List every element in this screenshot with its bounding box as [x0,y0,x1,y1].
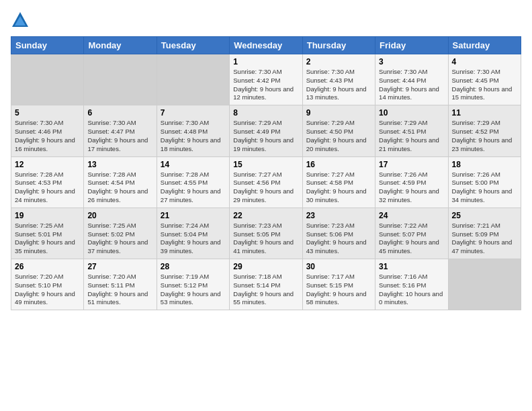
calendar-cell [157,54,229,105]
calendar-cell: 16Sunrise: 7:27 AM Sunset: 4:58 PM Dayli… [302,156,375,208]
logo-icon [11,11,30,30]
day-number: 29 [233,262,298,271]
day-number: 23 [306,211,371,220]
day-number: 18 [452,160,517,169]
calendar-cell: 1Sunrise: 7:30 AM Sunset: 4:42 PM Daylig… [230,54,302,105]
day-info: Sunrise: 7:25 AM Sunset: 5:02 PM Dayligh… [87,222,152,256]
day-number: 10 [379,108,444,118]
calendar-cell: 17Sunrise: 7:26 AM Sunset: 4:59 PM Dayli… [375,156,448,208]
day-info: Sunrise: 7:17 AM Sunset: 5:15 PM Dayligh… [306,273,371,307]
calendar-cell: 12Sunrise: 7:28 AM Sunset: 4:53 PM Dayli… [11,156,84,208]
day-info: Sunrise: 7:30 AM Sunset: 4:42 PM Dayligh… [233,68,298,102]
calendar-cell: 21Sunrise: 7:24 AM Sunset: 5:04 PM Dayli… [157,208,229,259]
day-number: 30 [306,262,371,271]
day-info: Sunrise: 7:24 AM Sunset: 5:04 PM Dayligh… [161,222,226,256]
calendar-cell: 3Sunrise: 7:30 AM Sunset: 4:44 PM Daylig… [375,54,448,105]
calendar-cell: 28Sunrise: 7:19 AM Sunset: 5:12 PM Dayli… [157,259,229,310]
calendar-cell: 8Sunrise: 7:29 AM Sunset: 4:49 PM Daylig… [230,105,302,156]
weekday-header-row: SundayMondayTuesdayWednesdayThursdayFrid… [11,37,521,54]
day-info: Sunrise: 7:26 AM Sunset: 5:00 PM Dayligh… [452,171,517,205]
weekday-header-thursday: Thursday [302,37,375,54]
day-info: Sunrise: 7:29 AM Sunset: 4:52 PM Dayligh… [452,119,517,153]
day-number: 3 [379,57,444,66]
calendar-cell: 7Sunrise: 7:30 AM Sunset: 4:48 PM Daylig… [157,105,229,156]
day-info: Sunrise: 7:18 AM Sunset: 5:14 PM Dayligh… [233,273,298,307]
day-number: 17 [379,160,444,169]
day-number: 2 [306,57,371,66]
day-number: 9 [306,108,371,118]
day-number: 28 [161,262,226,271]
day-info: Sunrise: 7:30 AM Sunset: 4:44 PM Dayligh… [379,68,444,102]
day-number: 14 [161,160,226,169]
day-number: 4 [452,57,517,66]
week-row-4: 19Sunrise: 7:25 AM Sunset: 5:01 PM Dayli… [11,208,521,259]
week-row-5: 26Sunrise: 7:20 AM Sunset: 5:10 PM Dayli… [11,259,521,310]
weekday-header-monday: Monday [84,37,157,54]
calendar-cell: 6Sunrise: 7:30 AM Sunset: 4:47 PM Daylig… [84,105,157,156]
calendar-cell: 13Sunrise: 7:28 AM Sunset: 4:54 PM Dayli… [84,156,157,208]
day-info: Sunrise: 7:28 AM Sunset: 4:53 PM Dayligh… [15,171,80,205]
day-number: 8 [233,108,298,118]
calendar-cell: 31Sunrise: 7:16 AM Sunset: 5:16 PM Dayli… [375,259,448,310]
calendar-cell: 10Sunrise: 7:29 AM Sunset: 4:51 PM Dayli… [375,105,448,156]
day-info: Sunrise: 7:20 AM Sunset: 5:11 PM Dayligh… [87,273,152,307]
week-row-3: 12Sunrise: 7:28 AM Sunset: 4:53 PM Dayli… [11,156,521,208]
day-number: 5 [15,108,80,118]
day-info: Sunrise: 7:23 AM Sunset: 5:06 PM Dayligh… [306,222,371,256]
calendar-cell: 20Sunrise: 7:25 AM Sunset: 5:02 PM Dayli… [84,208,157,259]
week-row-1: 1Sunrise: 7:30 AM Sunset: 4:42 PM Daylig… [11,54,521,105]
calendar-cell: 15Sunrise: 7:27 AM Sunset: 4:56 PM Dayli… [230,156,302,208]
calendar-cell: 23Sunrise: 7:23 AM Sunset: 5:06 PM Dayli… [302,208,375,259]
day-info: Sunrise: 7:30 AM Sunset: 4:47 PM Dayligh… [87,119,152,153]
day-info: Sunrise: 7:30 AM Sunset: 4:43 PM Dayligh… [306,68,371,102]
day-info: Sunrise: 7:25 AM Sunset: 5:01 PM Dayligh… [15,222,80,256]
calendar-cell: 14Sunrise: 7:28 AM Sunset: 4:55 PM Dayli… [157,156,229,208]
day-info: Sunrise: 7:28 AM Sunset: 4:55 PM Dayligh… [161,171,226,205]
day-number: 6 [87,108,152,118]
day-number: 13 [87,160,152,169]
calendar-cell: 24Sunrise: 7:22 AM Sunset: 5:07 PM Dayli… [375,208,448,259]
calendar-body: 1Sunrise: 7:30 AM Sunset: 4:42 PM Daylig… [11,54,521,310]
weekday-header-wednesday: Wednesday [230,37,302,54]
day-number: 25 [452,211,517,220]
calendar-cell: 2Sunrise: 7:30 AM Sunset: 4:43 PM Daylig… [302,54,375,105]
day-number: 19 [15,211,80,220]
calendar-cell: 5Sunrise: 7:30 AM Sunset: 4:46 PM Daylig… [11,105,84,156]
day-number: 27 [87,262,152,271]
calendar-cell: 26Sunrise: 7:20 AM Sunset: 5:10 PM Dayli… [11,259,84,310]
calendar-cell: 4Sunrise: 7:30 AM Sunset: 4:45 PM Daylig… [448,54,521,105]
calendar-cell [84,54,157,105]
week-row-2: 5Sunrise: 7:30 AM Sunset: 4:46 PM Daylig… [11,105,521,156]
logo [11,11,32,30]
day-info: Sunrise: 7:22 AM Sunset: 5:07 PM Dayligh… [379,222,444,256]
day-number: 24 [379,211,444,220]
day-info: Sunrise: 7:20 AM Sunset: 5:10 PM Dayligh… [15,273,80,307]
calendar-cell: 11Sunrise: 7:29 AM Sunset: 4:52 PM Dayli… [448,105,521,156]
calendar-cell: 18Sunrise: 7:26 AM Sunset: 5:00 PM Dayli… [448,156,521,208]
day-number: 11 [452,108,517,118]
calendar-cell [11,54,84,105]
day-number: 20 [87,211,152,220]
day-number: 12 [15,160,80,169]
calendar-cell: 25Sunrise: 7:21 AM Sunset: 5:09 PM Dayli… [448,208,521,259]
day-info: Sunrise: 7:21 AM Sunset: 5:09 PM Dayligh… [452,222,517,256]
day-info: Sunrise: 7:30 AM Sunset: 4:46 PM Dayligh… [15,119,80,153]
calendar-cell [448,259,521,310]
day-number: 21 [161,211,226,220]
day-number: 26 [15,262,80,271]
day-info: Sunrise: 7:29 AM Sunset: 4:51 PM Dayligh… [379,119,444,153]
calendar-cell: 29Sunrise: 7:18 AM Sunset: 5:14 PM Dayli… [230,259,302,310]
day-info: Sunrise: 7:27 AM Sunset: 4:58 PM Dayligh… [306,171,371,205]
day-info: Sunrise: 7:30 AM Sunset: 4:48 PM Dayligh… [161,119,226,153]
day-number: 15 [233,160,298,169]
calendar-cell: 22Sunrise: 7:23 AM Sunset: 5:05 PM Dayli… [230,208,302,259]
day-info: Sunrise: 7:19 AM Sunset: 5:12 PM Dayligh… [161,273,226,307]
header [11,11,521,30]
weekday-header-friday: Friday [375,37,448,54]
day-info: Sunrise: 7:16 AM Sunset: 5:16 PM Dayligh… [379,273,444,307]
calendar-cell: 27Sunrise: 7:20 AM Sunset: 5:11 PM Dayli… [84,259,157,310]
day-info: Sunrise: 7:26 AM Sunset: 4:59 PM Dayligh… [379,171,444,205]
calendar-cell: 9Sunrise: 7:29 AM Sunset: 4:50 PM Daylig… [302,105,375,156]
weekday-header-tuesday: Tuesday [157,37,229,54]
day-info: Sunrise: 7:29 AM Sunset: 4:50 PM Dayligh… [306,119,371,153]
